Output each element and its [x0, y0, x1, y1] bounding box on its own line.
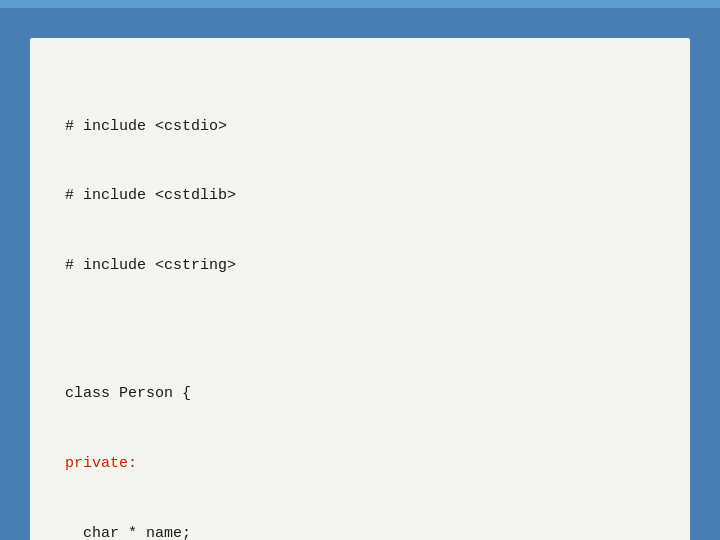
private-label-line: private:	[65, 452, 655, 475]
content-area: # include <cstdio> # include <cstdlib> #…	[30, 38, 690, 540]
code-block: # include <cstdio> # include <cstdlib> #…	[65, 68, 655, 540]
top-bar	[0, 0, 720, 8]
private-member-1: char * name;	[65, 522, 655, 540]
include-line-1: # include <cstdio>	[65, 115, 655, 138]
include-line-2: # include <cstdlib>	[65, 184, 655, 207]
include-line-3: # include <cstring>	[65, 254, 655, 277]
class-open-line: class Person {	[65, 382, 655, 405]
